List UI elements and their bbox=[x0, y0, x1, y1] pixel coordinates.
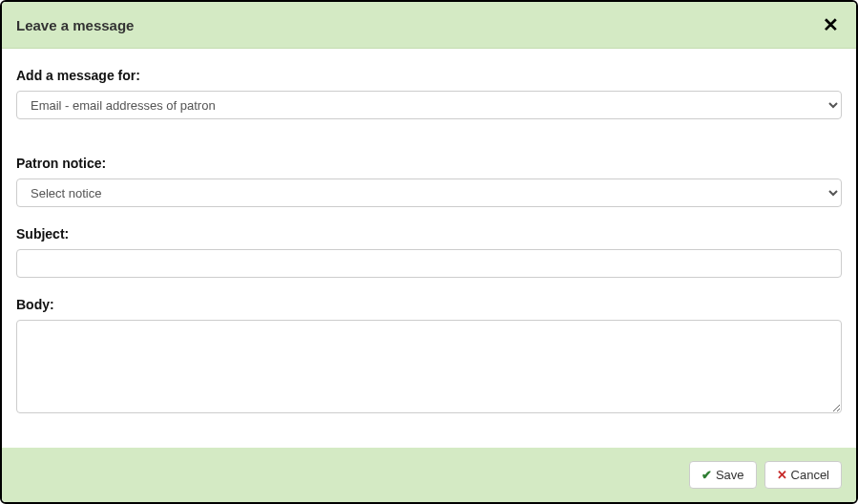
modal-title: Leave a message bbox=[16, 17, 134, 33]
body-label: Body: bbox=[16, 297, 842, 312]
modal-footer: ✔ Save ✕ Cancel bbox=[2, 448, 856, 502]
cancel-button-label: Cancel bbox=[791, 468, 829, 482]
body-textarea[interactable] bbox=[16, 320, 842, 413]
save-button-label: Save bbox=[716, 468, 744, 482]
field-subject: Subject: bbox=[16, 226, 842, 278]
spacer bbox=[16, 138, 842, 156]
patron-notice-label: Patron notice: bbox=[16, 156, 842, 171]
close-button[interactable]: ✕ bbox=[820, 15, 842, 34]
message-for-label: Add a message for: bbox=[16, 68, 842, 83]
field-patron-notice: Patron notice: Select notice bbox=[16, 156, 842, 207]
save-button[interactable]: ✔ Save bbox=[689, 461, 757, 489]
cancel-button[interactable]: ✕ Cancel bbox=[764, 461, 842, 489]
check-icon: ✔ bbox=[701, 468, 712, 482]
field-message-for: Add a message for: Email - email address… bbox=[16, 68, 842, 119]
modal-body: Add a message for: Email - email address… bbox=[2, 49, 856, 448]
message-for-select[interactable]: Email - email addresses of patron bbox=[16, 91, 842, 119]
subject-label: Subject: bbox=[16, 226, 842, 242]
close-icon: ✕ bbox=[823, 14, 839, 35]
patron-notice-select[interactable]: Select notice bbox=[16, 178, 842, 207]
modal-header: Leave a message ✕ bbox=[2, 2, 856, 49]
subject-input[interactable] bbox=[16, 249, 842, 278]
cross-icon: ✕ bbox=[777, 468, 787, 482]
field-body: Body: bbox=[16, 297, 842, 416]
leave-message-modal: Leave a message ✕ Add a message for: Ema… bbox=[0, 0, 858, 504]
